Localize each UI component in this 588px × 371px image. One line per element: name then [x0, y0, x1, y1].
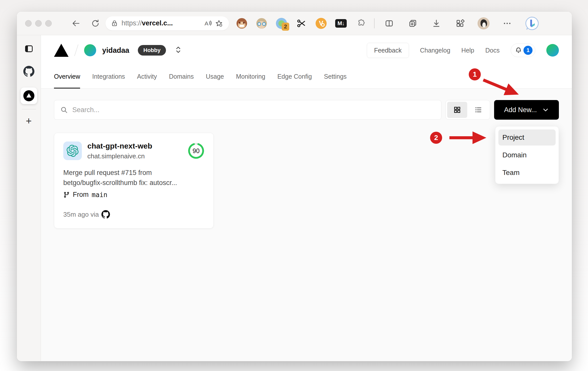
sidebar-tab-github[interactable]	[22, 65, 35, 78]
collections-button[interactable]	[406, 17, 419, 30]
monkey-icon	[237, 18, 247, 29]
refresh-icon	[91, 19, 100, 28]
extensions-menu-button[interactable]	[355, 18, 367, 29]
tab-domains[interactable]: Domains	[169, 65, 194, 88]
dropdown-item-domain[interactable]: Domain	[498, 147, 556, 163]
vercel-page: yidadaa Hobby Feedback Changelog Help Do…	[41, 35, 572, 361]
minimize-window-button[interactable]	[35, 20, 42, 27]
branch-name: main	[92, 191, 107, 199]
grid-view-button[interactable]	[447, 102, 467, 118]
tab-monitoring[interactable]: Monitoring	[236, 65, 265, 88]
dropdown-item-project[interactable]: Project	[498, 129, 556, 146]
vercel-tab-icon	[23, 90, 35, 102]
add-new-dropdown: Project Domain Team	[495, 126, 559, 184]
project-card[interactable]: chat-gpt-next-web chat.simplenaive.cn 90	[54, 133, 214, 228]
search-input[interactable]	[72, 106, 435, 114]
toggle-sidebar-button[interactable]	[22, 42, 35, 55]
split-screen-button[interactable]	[383, 17, 396, 30]
commit-line-1: Merge pull request #715 from	[63, 168, 204, 178]
back-button[interactable]	[69, 17, 82, 30]
puzzle-icon	[356, 19, 366, 28]
project-name[interactable]: chat-gpt-next-web	[87, 142, 152, 150]
person-glasses-icon	[256, 18, 267, 29]
chevron-down-icon	[542, 107, 549, 113]
help-link[interactable]: Help	[461, 47, 474, 54]
feedback-button[interactable]: Feedback	[367, 43, 409, 58]
tab-activity[interactable]: Activity	[137, 65, 157, 88]
lock-icon	[111, 20, 118, 27]
split-screen-icon	[385, 19, 394, 28]
bing-chat-button[interactable]	[524, 16, 540, 31]
search-box[interactable]	[54, 100, 441, 120]
markdown-icon: M↓	[335, 19, 347, 28]
v-logo-icon: V	[316, 18, 327, 29]
latest-commit-message[interactable]: Merge pull request #715 from betgo/bugfi…	[63, 168, 204, 188]
address-bar[interactable]: https://vercel.c... A	[105, 16, 229, 30]
download-icon	[432, 19, 441, 28]
url-display: https://vercel.c...	[122, 19, 202, 27]
project-domain[interactable]: chat.simplenaive.cn	[87, 152, 152, 160]
profile-avatar	[478, 17, 490, 29]
read-aloud-button[interactable]: A	[202, 18, 213, 29]
header-actions: Feedback Changelog Help Docs 1	[367, 43, 559, 58]
github-icon	[23, 66, 34, 77]
new-tab-button[interactable]: +	[22, 114, 35, 127]
sidebar-tab-vercel-active[interactable]	[21, 87, 37, 104]
notification-count-badge: 1	[523, 46, 533, 55]
add-new-button[interactable]: Add New...	[494, 100, 559, 120]
deploy-meta-row: 35m ago via	[63, 210, 204, 219]
tab-settings[interactable]: Settings	[324, 65, 346, 88]
v-extension-button[interactable]: V	[315, 18, 327, 29]
extension-badge: 2	[282, 23, 289, 31]
user-avatar[interactable]	[546, 44, 559, 57]
projects-toolbar: Add New...	[54, 100, 559, 120]
badge-extension-button[interactable]: 2	[276, 18, 287, 29]
notifications-button[interactable]: 1	[511, 43, 535, 57]
lighthouse-score-ring[interactable]: 90	[188, 143, 204, 159]
tab-integrations[interactable]: Integrations	[92, 65, 125, 88]
scissors-icon	[296, 18, 306, 28]
team-name[interactable]: yidadaa	[102, 46, 129, 55]
markdown-extension-button[interactable]: M↓	[335, 18, 347, 29]
score-value: 90	[188, 143, 204, 159]
breadcrumb: yidadaa Hobby	[54, 44, 182, 57]
list-view-icon	[474, 106, 482, 114]
profile-button[interactable]	[477, 17, 490, 30]
essentials-grid-icon	[455, 19, 464, 28]
refresh-button[interactable]	[89, 17, 102, 30]
branch-prefix: From	[73, 191, 89, 199]
sidebar-panel-icon	[24, 44, 34, 54]
changelog-link[interactable]: Changelog	[420, 47, 450, 54]
browser-essentials-button[interactable]	[453, 17, 466, 30]
dropdown-item-team[interactable]: Team	[498, 165, 556, 181]
browser-window: https://vercel.c... A	[17, 12, 572, 361]
add-favorite-button[interactable]	[213, 18, 224, 29]
tab-usage[interactable]: Usage	[206, 65, 224, 88]
ellipsis-icon	[503, 19, 512, 28]
clipper-extension-button[interactable]	[296, 18, 307, 29]
vercel-logo-icon[interactable]	[54, 44, 69, 57]
browser-actions	[383, 16, 540, 31]
docs-link[interactable]: Docs	[485, 47, 500, 54]
avatar-extension-button[interactable]	[256, 18, 267, 29]
sidebar-divider	[22, 109, 36, 109]
team-avatar[interactable]	[84, 44, 96, 56]
view-switcher	[445, 100, 490, 120]
team-switcher-button[interactable]	[175, 45, 182, 55]
bell-icon	[515, 47, 522, 54]
tampermonkey-extension-button[interactable]	[236, 18, 248, 29]
settings-more-button[interactable]	[501, 17, 514, 30]
downloads-button[interactable]	[430, 17, 443, 30]
zoom-window-button[interactable]	[45, 20, 52, 27]
list-view-button[interactable]	[468, 102, 488, 118]
tab-overview[interactable]: Overview	[54, 65, 80, 88]
breadcrumb-slash	[74, 44, 79, 56]
github-icon	[101, 210, 110, 219]
project-favicon	[63, 142, 82, 160]
close-window-button[interactable]	[25, 20, 32, 27]
extensions-row: 2 V M↓	[236, 18, 367, 29]
tab-edge-config[interactable]: Edge Config	[277, 65, 312, 88]
commit-line-2: betgo/bugfix-scrollthumb fix: autoscr...	[63, 178, 204, 188]
toolbar-divider	[374, 18, 375, 28]
browser-toolbar: https://vercel.c... A	[17, 12, 572, 35]
